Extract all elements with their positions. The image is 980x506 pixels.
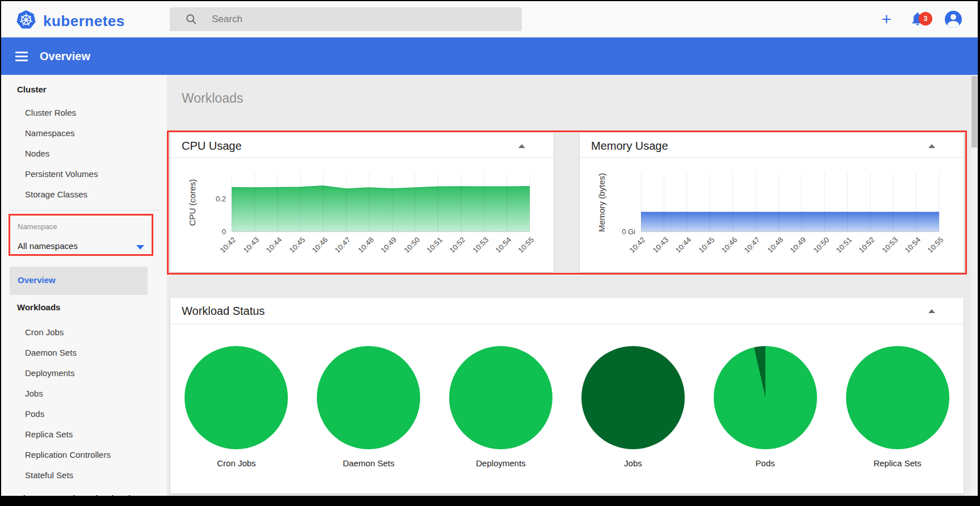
x-tick-label: 10:46 bbox=[311, 235, 330, 255]
x-tick-label: 10:51 bbox=[834, 235, 853, 255]
sidebar-item-nodes[interactable]: Nodes bbox=[25, 149, 49, 158]
x-tick-label: 10:53 bbox=[471, 235, 490, 255]
workload-status-card: Workload Status Cron JobsDaemon SetsDepl… bbox=[170, 298, 964, 494]
kubernetes-logo[interactable]: kubernetes bbox=[16, 10, 125, 32]
collapse-arrow-icon[interactable] bbox=[928, 144, 935, 148]
x-tick-label: 10:54 bbox=[494, 235, 513, 255]
pie-label: Pods bbox=[756, 458, 775, 468]
namespace-select[interactable]: All namespaces bbox=[18, 241, 78, 251]
x-tick-label: 10:50 bbox=[402, 235, 421, 255]
workload-status-pies: Cron JobsDaemon SetsDeploymentsJobsPodsR… bbox=[170, 324, 964, 494]
search-input[interactable] bbox=[212, 14, 507, 25]
x-tick-label: 10:43 bbox=[241, 235, 261, 255]
sidebar-item-daemon-sets[interactable]: Daemon Sets bbox=[25, 348, 77, 357]
cpu-usage-card: CPU Usage CPU (cores) 10:4210:4310:4410:… bbox=[170, 133, 554, 272]
pie-item-pods: Pods bbox=[714, 324, 817, 494]
memory-usage-chart: 10:4210:4310:4410:4510:4610:4710:4810:49… bbox=[641, 173, 939, 232]
notifications-button[interactable]: 3 bbox=[910, 11, 927, 28]
sidebar-nav: Cluster Cluster RolesNamespacesNodesPers… bbox=[1, 75, 167, 496]
x-tick-label: 10:45 bbox=[287, 235, 307, 255]
sidebar-item-stateful-sets[interactable]: Stateful Sets bbox=[25, 470, 73, 480]
search-bar[interactable] bbox=[170, 7, 522, 31]
main-content: Workloads CPU Usage CPU (cores) 10:4210:… bbox=[167, 75, 971, 496]
pie-label: Daemon Sets bbox=[343, 458, 395, 468]
x-tick-label: 10:54 bbox=[903, 235, 923, 255]
namespace-label: Namespace bbox=[18, 222, 57, 231]
cpu-usage-title: CPU Usage bbox=[182, 140, 242, 153]
pie-label: Replica Sets bbox=[873, 458, 921, 468]
memory-usage-title: Memory Usage bbox=[591, 140, 668, 153]
sidebar-item-persistent-volumes[interactable]: Persistent Volumes bbox=[25, 169, 98, 179]
x-tick-label: 10:52 bbox=[857, 235, 877, 255]
user-account-button[interactable] bbox=[945, 11, 962, 28]
pie-item-daemon-sets: Daemon Sets bbox=[317, 324, 420, 494]
pie-label: Cron Jobs bbox=[217, 458, 256, 468]
pie-item-deployments: Deployments bbox=[449, 324, 552, 494]
app-window: kubernetes + 3 bbox=[1, 1, 978, 500]
notification-count-badge: 3 bbox=[919, 12, 932, 26]
workload-status-title: Workload Status bbox=[182, 305, 265, 318]
pie-chart[interactable] bbox=[581, 346, 685, 449]
sidebar-divider bbox=[9, 210, 160, 210]
sidebar-item-storage-classes[interactable]: Storage Classes bbox=[25, 189, 87, 199]
window-bottom-edge bbox=[1, 496, 978, 500]
screenshot-frame: kubernetes + 3 bbox=[0, 0, 980, 506]
menu-icon[interactable] bbox=[15, 52, 28, 61]
y-tick-label: 0.2 bbox=[193, 195, 226, 203]
x-tick-label: 10:42 bbox=[628, 235, 647, 255]
memory-usage-card: Memory Usage Memory (bytes) 10:4210:4310… bbox=[580, 133, 964, 272]
sidebar-item-deployments[interactable]: Deployments bbox=[25, 368, 75, 378]
x-tick-label: 10:46 bbox=[720, 235, 739, 255]
top-bar: kubernetes + 3 bbox=[1, 1, 978, 37]
x-tick-label: 10:49 bbox=[379, 235, 399, 255]
x-tick-label: 10:55 bbox=[517, 235, 536, 255]
chevron-down-icon[interactable] bbox=[136, 245, 144, 250]
sidebar-item-pods[interactable]: Pods bbox=[25, 409, 44, 419]
y-tick-label: 0 bbox=[193, 227, 226, 236]
sidebar-item-overview[interactable]: Overview bbox=[10, 267, 148, 295]
memory-y-axis-label: Memory (bytes) bbox=[597, 173, 606, 232]
x-tick-label: 10:42 bbox=[219, 235, 238, 255]
cpu-usage-chart: 10:4210:4310:4410:4510:4610:4710:4810:49… bbox=[232, 173, 530, 232]
sidebar-section-workloads[interactable]: Workloads bbox=[17, 302, 60, 312]
collapse-arrow-icon[interactable] bbox=[928, 309, 935, 313]
pie-label: Jobs bbox=[624, 458, 642, 468]
x-tick-label: 10:52 bbox=[448, 235, 467, 255]
user-icon bbox=[950, 14, 956, 20]
x-tick-label: 10:47 bbox=[333, 235, 353, 255]
brand-name: kubernetes bbox=[43, 12, 125, 30]
top-actions: + 3 bbox=[881, 1, 962, 37]
pie-chart[interactable] bbox=[846, 346, 949, 449]
sidebar-item-cron-jobs[interactable]: Cron Jobs bbox=[25, 327, 64, 337]
app-bar: Overview bbox=[1, 37, 978, 75]
x-tick-label: 10:53 bbox=[880, 235, 899, 255]
x-tick-label: 10:49 bbox=[789, 235, 808, 255]
pie-chart[interactable] bbox=[185, 346, 288, 449]
x-tick-label: 10:45 bbox=[697, 235, 716, 255]
vertical-scrollbar[interactable] bbox=[971, 75, 978, 496]
x-tick-label: 10:51 bbox=[425, 235, 444, 255]
pie-item-jobs: Jobs bbox=[581, 324, 685, 494]
kubernetes-logo-icon bbox=[16, 10, 36, 32]
pie-chart[interactable] bbox=[449, 346, 552, 449]
sidebar-item-jobs[interactable]: Jobs bbox=[25, 389, 43, 398]
scrollbar-thumb[interactable] bbox=[971, 76, 977, 147]
page-title: Workloads bbox=[182, 91, 243, 106]
sidebar-item-replica-sets[interactable]: Replica Sets bbox=[25, 429, 73, 439]
pie-label: Deployments bbox=[476, 458, 526, 468]
y-tick-label: 0 Gi bbox=[602, 227, 635, 236]
pie-chart[interactable] bbox=[714, 346, 817, 449]
collapse-arrow-icon[interactable] bbox=[518, 144, 525, 148]
sidebar-item-namespaces[interactable]: Namespaces bbox=[25, 128, 75, 138]
pie-item-cron-jobs: Cron Jobs bbox=[185, 324, 288, 494]
x-tick-label: 10:43 bbox=[651, 235, 670, 255]
sidebar-item-replication-controllers[interactable]: Replication Controllers bbox=[25, 450, 111, 459]
create-resource-button[interactable]: + bbox=[881, 11, 891, 28]
x-tick-label: 10:48 bbox=[765, 235, 785, 255]
x-tick-label: 10:47 bbox=[743, 235, 762, 255]
pie-chart[interactable] bbox=[317, 346, 420, 449]
sidebar-item-cluster-roles[interactable]: Cluster Roles bbox=[25, 108, 76, 117]
sidebar-section-cluster[interactable]: Cluster bbox=[17, 85, 47, 94]
x-tick-label: 10:44 bbox=[674, 235, 693, 255]
x-tick-label: 10:44 bbox=[265, 235, 284, 255]
